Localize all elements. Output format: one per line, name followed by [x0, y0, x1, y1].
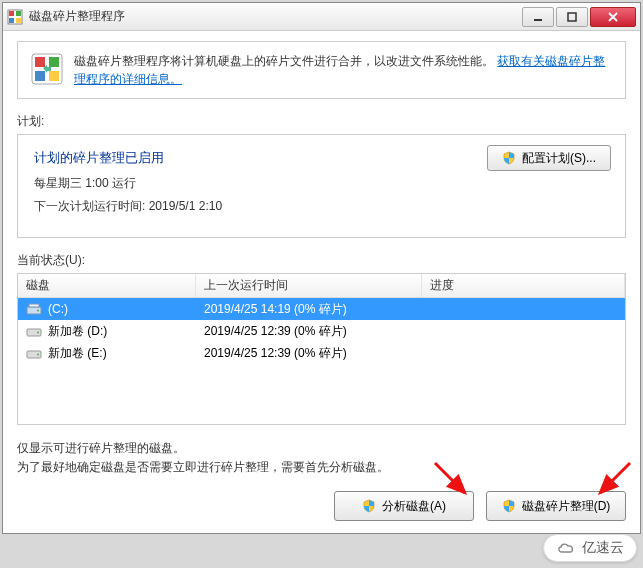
- header-progress[interactable]: 进度: [422, 274, 625, 297]
- svg-rect-3: [9, 18, 14, 23]
- table-row[interactable]: 新加卷 (E:) 2019/4/25 12:39 (0% 碎片): [18, 342, 625, 364]
- action-buttons: 分析磁盘(A) 磁盘碎片整理(D): [17, 491, 626, 521]
- defrag-label: 磁盘碎片整理(D): [522, 498, 611, 515]
- analyze-label: 分析磁盘(A): [382, 498, 446, 515]
- table-header: 磁盘 上一次运行时间 进度: [18, 274, 625, 298]
- svg-rect-4: [16, 18, 21, 23]
- table-row[interactable]: (C:) 2019/4/25 14:19 (0% 碎片): [18, 298, 625, 320]
- schedule-frequency: 每星期三 1:00 运行: [34, 175, 609, 192]
- info-description: 磁盘碎片整理程序将计算机硬盘上的碎片文件进行合并，以改进文件系统性能。: [74, 54, 494, 68]
- header-lastrun[interactable]: 上一次运行时间: [196, 274, 422, 297]
- note-line2: 为了最好地确定磁盘是否需要立即进行碎片整理，需要首先分析磁盘。: [17, 458, 626, 477]
- disk-name: 新加卷 (D:): [48, 323, 107, 340]
- svg-point-15: [37, 310, 39, 312]
- analyze-disk-button[interactable]: 分析磁盘(A): [334, 491, 474, 521]
- shield-icon: [502, 151, 516, 165]
- svg-rect-1: [9, 11, 14, 16]
- table-row[interactable]: 新加卷 (D:) 2019/4/25 12:39 (0% 碎片): [18, 320, 625, 342]
- svg-rect-11: [49, 57, 59, 67]
- defrag-icon: [30, 52, 64, 86]
- schedule-box: 计划的碎片整理已启用 每星期三 1:00 运行 下一次计划运行时间: 2019/…: [17, 134, 626, 238]
- titlebar[interactable]: 磁盘碎片整理程序: [3, 3, 640, 31]
- drive-icon: [26, 346, 42, 360]
- svg-rect-16: [29, 304, 39, 307]
- defrag-window: 磁盘碎片整理程序 磁盘碎片整理程序将计算机硬盘上的碎片文件进行合并，以改进文件系…: [2, 2, 641, 534]
- window-controls: [520, 7, 636, 27]
- note-line1: 仅显示可进行碎片整理的磁盘。: [17, 439, 626, 458]
- disk-name: (C:): [48, 302, 68, 316]
- info-box: 磁盘碎片整理程序将计算机硬盘上的碎片文件进行合并，以改进文件系统性能。 获取有关…: [17, 41, 626, 99]
- disk-lastrun: 2019/4/25 12:39 (0% 碎片): [196, 345, 422, 362]
- header-disk[interactable]: 磁盘: [18, 274, 196, 297]
- configure-schedule-button[interactable]: 配置计划(S)...: [487, 145, 611, 171]
- content-area: 磁盘碎片整理程序将计算机硬盘上的碎片文件进行合并，以改进文件系统性能。 获取有关…: [3, 31, 640, 531]
- app-icon: [7, 9, 23, 25]
- close-button[interactable]: [590, 7, 636, 27]
- disk-table: 磁盘 上一次运行时间 进度 (C:) 2019/4/25 14:19 (0% 碎…: [17, 273, 626, 425]
- defragment-disk-button[interactable]: 磁盘碎片整理(D): [486, 491, 626, 521]
- maximize-button[interactable]: [556, 7, 588, 27]
- watermark-text: 亿速云: [582, 539, 624, 557]
- bottom-note: 仅显示可进行碎片整理的磁盘。 为了最好地确定磁盘是否需要立即进行碎片整理，需要首…: [17, 439, 626, 477]
- drive-icon: [26, 302, 42, 316]
- svg-point-20: [37, 354, 39, 356]
- status-label: 当前状态(U):: [17, 252, 626, 269]
- table-body: (C:) 2019/4/25 14:19 (0% 碎片) 新加卷 (D:) 20…: [18, 298, 625, 364]
- watermark: 亿速云: [543, 534, 637, 562]
- cloud-icon: [556, 541, 576, 555]
- minimize-button[interactable]: [522, 7, 554, 27]
- svg-point-18: [37, 332, 39, 334]
- disk-lastrun: 2019/4/25 14:19 (0% 碎片): [196, 301, 422, 318]
- shield-icon: [502, 499, 516, 513]
- window-title: 磁盘碎片整理程序: [29, 8, 520, 25]
- info-text: 磁盘碎片整理程序将计算机硬盘上的碎片文件进行合并，以改进文件系统性能。 获取有关…: [74, 52, 613, 88]
- svg-rect-10: [35, 57, 45, 67]
- schedule-next-run: 下一次计划运行时间: 2019/5/1 2:10: [34, 198, 609, 215]
- schedule-label: 计划:: [17, 113, 626, 130]
- configure-label: 配置计划(S)...: [522, 150, 596, 167]
- svg-rect-6: [568, 13, 576, 21]
- disk-lastrun: 2019/4/25 12:39 (0% 碎片): [196, 323, 422, 340]
- svg-rect-13: [49, 71, 59, 81]
- svg-rect-2: [16, 11, 21, 16]
- disk-name: 新加卷 (E:): [48, 345, 107, 362]
- svg-rect-12: [35, 71, 45, 81]
- shield-icon: [362, 499, 376, 513]
- drive-icon: [26, 324, 42, 338]
